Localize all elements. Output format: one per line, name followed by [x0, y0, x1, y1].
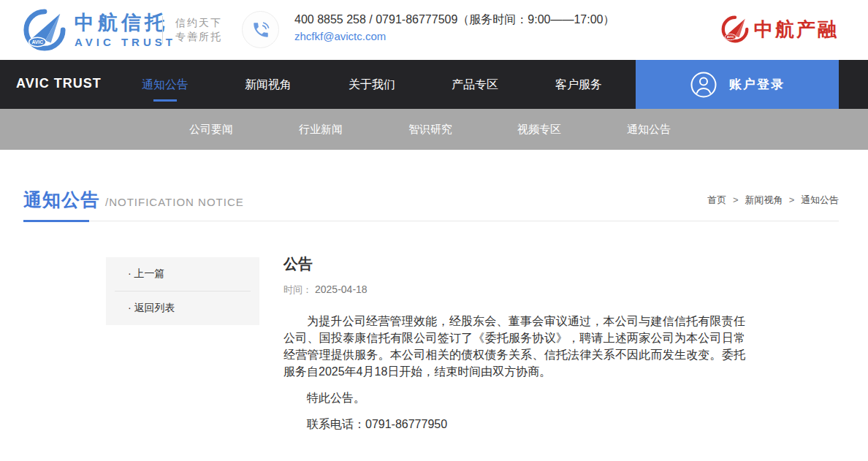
article-paragraph: 为提升公司经营管理效能，经股东会、董事会审议通过，本公司与建信信托有限责任公司、…	[283, 313, 745, 380]
service-phone-line: 400 8855 258 / 0791-86777509（服务时间：9:00——…	[294, 12, 615, 28]
top-header: AVIC 中航信托 AVIC TRUST 信约天下 专善所托 400 8855 …	[0, 0, 868, 60]
avic-red-plane-logo-icon: AVIC	[720, 15, 750, 44]
subnav-item-research[interactable]: 智识研究	[408, 123, 453, 137]
svg-text:AVIC: AVIC	[31, 39, 43, 45]
nav-item-news[interactable]: 新闻视角	[243, 77, 294, 93]
nav-item-customer-service[interactable]: 客户服务	[553, 77, 604, 93]
breadcrumb: 首页 > 新闻视角 > 通知公告	[707, 194, 839, 207]
content-area: · 上一篇 · 返回列表 公告 时间：2025-04-18 为提升公司经营管理效…	[0, 223, 868, 461]
breadcrumb-home[interactable]: 首页	[707, 194, 726, 205]
notice-article: 公告 时间：2025-04-18 为提升公司经营管理效能，经股东会、董事会审议通…	[283, 254, 745, 433]
article-date-label: 时间：	[283, 284, 312, 295]
main-nav: AVIC TRUST 通知公告 新闻视角 关于我们 产品专区 客户服务 账户登录	[0, 60, 868, 109]
breadcrumb-current: 通知公告	[801, 194, 839, 205]
previous-article-button[interactable]: · 上一篇	[106, 257, 259, 291]
contact-info: 400 8855 258 / 0791-86777509（服务时间：9:00——…	[294, 12, 615, 45]
phone-badge	[242, 11, 279, 48]
breadcrumb-separator: >	[789, 194, 795, 205]
sub-nav: 公司要闻 行业新闻 智识研究 视频专区 通知公告	[0, 109, 868, 150]
brand-text: 中航信托 AVIC TRUST	[75, 12, 176, 48]
avic-plane-logo-icon: AVIC	[22, 7, 67, 53]
svg-text:AVIC: AVIC	[727, 35, 735, 39]
article-date: 2025-04-18	[315, 283, 368, 295]
article-side-nav: · 上一篇 · 返回列表	[106, 257, 259, 325]
nav-item-notices[interactable]: 通知公告	[140, 77, 191, 102]
user-icon	[690, 71, 717, 99]
page: AVIC 中航信托 AVIC TRUST 信约天下 专善所托 400 8855 …	[0, 0, 868, 461]
article-contact-phone: 联系电话：0791-86777950	[283, 416, 745, 433]
phone-icon	[251, 20, 270, 39]
avic-trust-logo[interactable]: AVIC 中航信托 AVIC TRUST	[22, 7, 176, 53]
title-rule-accent	[23, 220, 89, 222]
header-divider	[162, 16, 163, 44]
contact-email-link[interactable]: zhcfkf@avictc.com	[294, 28, 386, 45]
page-title-group: 通知公告 /NOTIFICATION NOTICE	[23, 188, 244, 212]
nav-item-about[interactable]: 关于我们	[346, 77, 397, 93]
subnav-item-videos[interactable]: 视频专区	[517, 123, 562, 137]
subnav-item-company-news[interactable]: 公司要闻	[189, 123, 234, 137]
page-head: 通知公告 /NOTIFICATION NOTICE 首页 > 新闻视角 > 通知…	[0, 150, 868, 223]
brand-slogan: 信约天下 专善所托	[175, 16, 222, 44]
brand-name-en: AVIC TRUST	[75, 36, 176, 48]
page-title-en: /NOTIFICATION NOTICE	[105, 196, 244, 208]
breadcrumb-separator: >	[733, 194, 739, 205]
title-rule	[23, 221, 839, 221]
slogan-line-2: 专善所托	[175, 30, 222, 44]
breadcrumb-section[interactable]: 新闻视角	[745, 194, 783, 205]
page-title: 通知公告	[23, 188, 99, 212]
subnav-item-industry-news[interactable]: 行业新闻	[298, 123, 343, 137]
slogan-line-1: 信约天下	[175, 16, 222, 30]
article-meta: 时间：2025-04-18	[283, 283, 745, 297]
partner-name: 中航产融	[754, 17, 839, 42]
login-label: 账户登录	[729, 76, 785, 93]
subnav-item-notices[interactable]: 通知公告	[626, 123, 671, 137]
nav-brand-avic-trust[interactable]: AVIC TRUST	[16, 76, 102, 91]
back-to-list-button[interactable]: · 返回列表	[106, 292, 259, 325]
nav-item-products[interactable]: 产品专区	[449, 77, 500, 93]
article-paragraph: 特此公告。	[283, 389, 745, 406]
avic-industry-finance-logo[interactable]: AVIC 中航产融	[720, 15, 839, 44]
account-login-button[interactable]: 账户登录	[636, 60, 839, 109]
article-body: 为提升公司经营管理效能，经股东会、董事会审议通过，本公司与建信信托有限责任公司、…	[283, 313, 745, 433]
brand-name-cn: 中航信托	[75, 12, 176, 34]
article-title: 公告	[283, 254, 745, 274]
